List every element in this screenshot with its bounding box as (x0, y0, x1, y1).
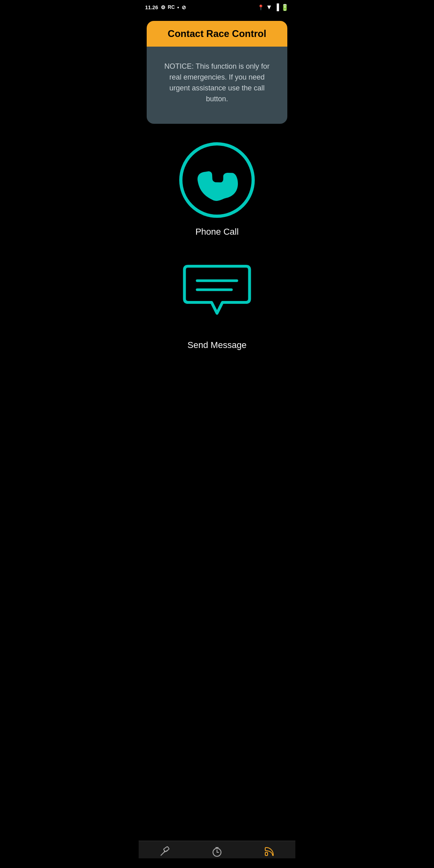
battery-icon: 🔋 (281, 4, 289, 11)
wifi-icon: ▼ (266, 4, 272, 11)
svg-point-0 (181, 144, 253, 216)
phone-call-icon-container (177, 140, 257, 220)
status-bar: 11.26 ⚙ RC ▪ ⊘ 📍 ▼ ▐ 🔋 (139, 0, 295, 14)
send-message-label: Send Message (188, 340, 247, 350)
sim-icon: ▪ (177, 4, 179, 10)
rc-label: RC (168, 4, 175, 10)
phone-call-button[interactable]: Phone Call (177, 140, 257, 237)
card-title: Contact Race Control (168, 28, 266, 39)
contact-race-control-card: Contact Race Control NOTICE: This functi… (147, 21, 287, 124)
signal-icon: ▐ (274, 4, 279, 11)
message-bubble-icon (181, 261, 253, 326)
location-icon: 📍 (258, 4, 264, 10)
send-message-icon-container (177, 253, 257, 334)
card-header: Contact Race Control (147, 21, 287, 47)
status-left: 11.26 ⚙ RC ▪ ⊘ (145, 4, 186, 10)
send-message-button[interactable]: Send Message (177, 253, 257, 350)
no-call-icon: ⊘ (182, 4, 186, 10)
time-display: 11.26 (145, 4, 158, 10)
main-content: Contact Race Control NOTICE: This functi… (139, 14, 295, 365)
card-body: NOTICE: This function is only for real e… (147, 47, 287, 124)
notice-text: NOTICE: This function is only for real e… (159, 61, 275, 104)
phone-call-label: Phone Call (195, 227, 239, 237)
settings-icon: ⚙ (161, 4, 166, 10)
status-right: 📍 ▼ ▐ 🔋 (258, 4, 289, 11)
action-section: Phone Call Send Message (147, 140, 287, 358)
phone-circle-icon (177, 140, 257, 220)
